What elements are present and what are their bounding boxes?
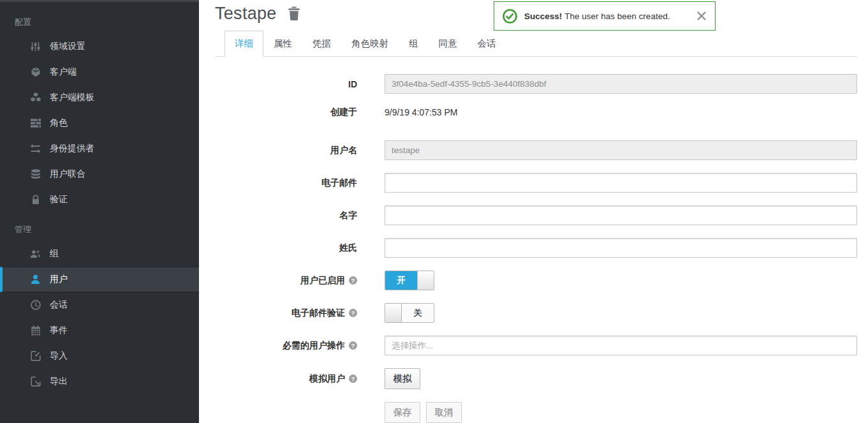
sidebar-item-label: 组: [50, 248, 59, 260]
help-icon[interactable]: ?: [349, 375, 357, 383]
tab-consents[interactable]: 同意: [429, 31, 467, 57]
id-input: [385, 74, 857, 94]
last-name-field[interactable]: [385, 238, 857, 258]
sidebar-item-export[interactable]: 导出: [0, 369, 199, 394]
form-row-id: ID: [215, 74, 857, 94]
email-verified-label: 电子邮件验证 ?: [215, 308, 385, 319]
sidebar-item-label: 事件: [50, 325, 68, 336]
sidebar-item-realm-settings[interactable]: 领域设置: [0, 34, 199, 59]
help-icon[interactable]: ?: [349, 309, 357, 317]
sidebar-configure-list: 领域设置 客户端 客户端模板: [0, 34, 199, 212]
sidebar-item-label: 导出: [50, 376, 68, 387]
calendar-icon: [29, 325, 41, 336]
email-field[interactable]: [385, 173, 857, 193]
form-row-user-enabled: 用户已启用 ? 开: [215, 271, 857, 290]
sidebar-item-users[interactable]: 用户: [0, 267, 199, 292]
sidebar-item-label: 角色: [50, 117, 68, 129]
form-row-email-verified: 电子邮件验证 ? 关: [215, 303, 857, 323]
tab-attributes[interactable]: 属性: [263, 31, 302, 57]
sidebar-item-identity-providers[interactable]: 身份提供者: [0, 136, 199, 161]
sidebar-item-import[interactable]: 导入: [0, 343, 199, 369]
sidebar-section-configure: 配置: [15, 17, 199, 28]
import-icon: [29, 351, 41, 361]
success-check-icon: [503, 9, 517, 24]
sidebar-item-label: 用户: [50, 274, 68, 285]
main-content: Testape Success!The user has been create…: [199, 0, 868, 423]
cubes-icon: [29, 93, 41, 103]
impersonate-label: 模拟用户 ?: [215, 373, 385, 385]
user-details-form: ID 创建于 9/9/19 4:07:53 PM 用户名 电子邮件: [215, 74, 857, 423]
user-tabs: 详细 属性 凭据 角色映射 组 同意 会话: [215, 32, 857, 57]
toggle-on-label: 开: [385, 271, 417, 290]
sidebar-item-sessions[interactable]: 会话: [0, 292, 199, 318]
username-input: [385, 140, 857, 160]
user-enabled-toggle[interactable]: 开: [385, 271, 434, 290]
id-label: ID: [215, 79, 385, 89]
required-actions-label: 必需的用户操作 ?: [215, 340, 385, 352]
sidebar: 配置 领域设置 客户端: [0, 0, 199, 423]
user-enabled-label: 用户已启用 ?: [215, 275, 385, 286]
close-icon: [696, 11, 707, 21]
sidebar-item-label: 导入: [50, 350, 68, 362]
created-label: 创建于: [215, 107, 385, 118]
impersonate-button[interactable]: 模拟: [385, 368, 420, 389]
form-row-email: 电子邮件: [215, 173, 857, 193]
first-name-field[interactable]: [385, 205, 857, 225]
required-actions-select[interactable]: [385, 336, 857, 355]
form-row-impersonate: 模拟用户 ? 模拟: [215, 368, 857, 389]
tab-role-mappings[interactable]: 角色映射: [341, 31, 399, 57]
sidebar-item-label: 客户端: [50, 66, 77, 78]
form-row-first-name: 名字: [215, 205, 857, 225]
form-row-last-name: 姓氏: [215, 238, 857, 258]
sidebar-item-label: 客户端模板: [50, 92, 94, 103]
sidebar-item-label: 用户联合: [50, 168, 85, 180]
clock-icon: [29, 300, 41, 310]
form-row-actions: 保存 取消: [215, 402, 857, 423]
last-name-label: 姓氏: [215, 242, 385, 254]
tab-sessions[interactable]: 会话: [467, 31, 506, 57]
success-alert: Success!The user has been created.: [494, 1, 716, 31]
toggle-handle: [417, 271, 434, 290]
user-icon: [29, 274, 41, 285]
alert-text: Success!The user has been created.: [524, 11, 670, 21]
sidebar-item-roles[interactable]: 角色: [0, 110, 199, 136]
sidebar-item-groups[interactable]: 组: [0, 241, 199, 267]
save-button[interactable]: 保存: [385, 402, 420, 423]
email-label: 电子邮件: [215, 177, 385, 189]
tab-credentials[interactable]: 凭据: [302, 31, 341, 57]
form-row-username: 用户名: [215, 140, 857, 160]
sidebar-item-user-federation[interactable]: 用户联合: [0, 161, 199, 187]
sidebar-item-authentication[interactable]: 验证: [0, 187, 199, 212]
email-verified-toggle[interactable]: 关: [385, 303, 434, 323]
page-title: Testape: [215, 4, 277, 24]
first-name-label: 名字: [215, 210, 385, 221]
username-label: 用户名: [215, 145, 385, 156]
sidebar-item-clients[interactable]: 客户端: [0, 59, 199, 85]
sidebar-item-client-templates[interactable]: 客户端模板: [0, 85, 199, 110]
sidebar-item-label: 会话: [50, 299, 68, 311]
help-icon[interactable]: ?: [349, 276, 357, 285]
database-icon: [29, 169, 41, 179]
exchange-icon: [29, 144, 41, 153]
sidebar-section-manage: 管理: [15, 224, 199, 235]
sidebar-item-events[interactable]: 事件: [0, 318, 199, 343]
sidebar-item-label: 领域设置: [50, 41, 85, 52]
help-icon[interactable]: ?: [349, 341, 357, 350]
alert-close-button[interactable]: [696, 11, 707, 21]
tab-groups[interactable]: 组: [399, 31, 429, 57]
trash-icon: [288, 6, 300, 20]
tab-details[interactable]: 详细: [224, 31, 263, 57]
export-icon: [29, 376, 41, 387]
toggle-off-label: 关: [402, 304, 434, 322]
sliders-icon: [29, 41, 41, 52]
sidebar-item-label: 身份提供者: [50, 143, 94, 154]
form-row-created: 创建于 9/9/19 4:07:53 PM: [215, 107, 857, 118]
lock-icon: [29, 195, 41, 205]
alert-message: The user has been created.: [564, 11, 670, 21]
delete-user-button[interactable]: [288, 6, 300, 20]
alert-title: Success!: [524, 11, 562, 21]
cancel-button[interactable]: 取消: [426, 402, 462, 423]
group-icon: [29, 249, 41, 259]
tasks-icon: [29, 118, 41, 128]
cube-icon: [29, 67, 41, 77]
